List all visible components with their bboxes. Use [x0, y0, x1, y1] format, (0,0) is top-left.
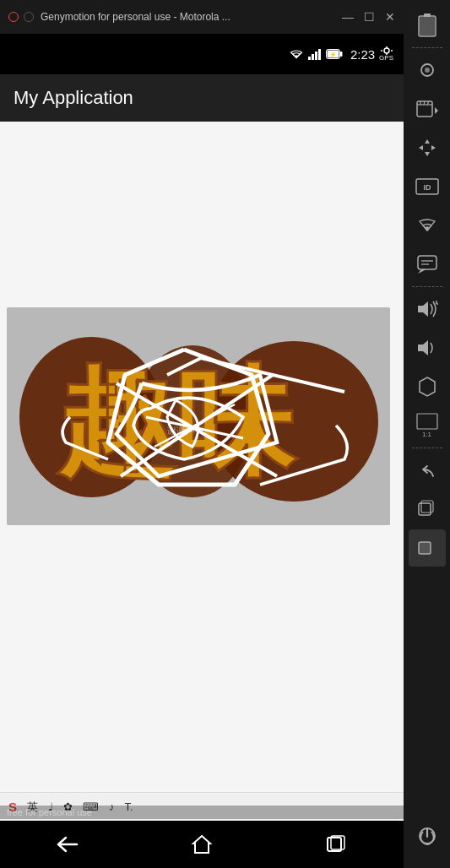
svg-marker-41 [431, 145, 436, 150]
svg-marker-48 [418, 301, 428, 317]
svg-marker-39 [425, 152, 430, 156]
maximize-button[interactable]: ☐ [364, 10, 375, 24]
battery-sidebar-icon[interactable] [409, 7, 446, 44]
content-area: 趣 味 谢谢声页 [0, 122, 404, 821]
watermark: free for personal use [0, 806, 404, 819]
wifi-sidebar-icon[interactable] [409, 207, 446, 244]
svg-marker-40 [419, 145, 423, 150]
watermark-text: free for personal use [7, 807, 92, 817]
close-button[interactable]: ✕ [385, 10, 395, 24]
volume-up-sidebar-icon[interactable] [409, 290, 446, 328]
sidebar-divider-3 [412, 448, 442, 448]
svg-marker-37 [435, 107, 438, 114]
image-container[interactable]: 趣 味 谢谢声页 [7, 307, 390, 525]
recents-button[interactable] [311, 827, 361, 861]
gps-status: GPS [379, 46, 393, 62]
window-circles [8, 12, 34, 22]
move-sidebar-icon[interactable] [409, 129, 446, 166]
svg-rect-0 [308, 57, 311, 60]
svg-line-22 [146, 417, 243, 438]
svg-marker-24 [193, 836, 210, 853]
ratio-label: 1:1 [422, 431, 431, 439]
status-icons: ⚡ 2:23 GPS [289, 46, 393, 62]
scribble-drawing [7, 307, 390, 525]
svg-rect-54 [419, 503, 431, 515]
svg-marker-51 [418, 340, 428, 355]
battery-status-icon: ⚡ [326, 49, 343, 59]
gps-label: GPS [379, 55, 393, 62]
svg-marker-52 [420, 377, 435, 396]
app-bar: My Application [0, 74, 404, 122]
svg-marker-45 [418, 269, 426, 274]
svg-rect-55 [421, 501, 433, 513]
sidebar-divider-2 [412, 286, 442, 287]
camera-sidebar-icon[interactable] [409, 52, 446, 89]
wifi-icon [289, 48, 304, 60]
svg-point-31 [425, 68, 430, 73]
svg-text:⚡: ⚡ [328, 51, 336, 58]
back-button[interactable] [42, 827, 93, 861]
volume-down-sidebar-icon[interactable] [409, 329, 446, 366]
right-sidebar: ID [404, 0, 450, 868]
svg-rect-53 [417, 414, 437, 429]
app-bar-title: My Application [14, 87, 133, 109]
svg-point-8 [384, 48, 389, 53]
title-bar-controls[interactable]: — ☐ ✕ [342, 10, 395, 24]
title-bar: Genymotion for personal use - Motorola .… [0, 0, 404, 34]
ratio-sidebar-icon[interactable]: 1:1 [409, 407, 446, 444]
signal-icon [308, 48, 322, 60]
back-nav-sidebar-icon[interactable] [409, 452, 446, 489]
svg-rect-1 [312, 54, 314, 60]
minimize-button[interactable]: — [342, 10, 354, 24]
rotate-sidebar-icon[interactable] [409, 368, 446, 405]
power-sidebar-icon[interactable] [409, 817, 446, 854]
svg-rect-2 [315, 52, 317, 60]
sidebar-divider-1 [412, 47, 442, 48]
svg-rect-32 [417, 101, 432, 117]
status-bar: ⚡ 2:23 GPS [0, 34, 404, 74]
message-sidebar-icon[interactable] [409, 246, 446, 283]
svg-rect-56 [419, 542, 431, 554]
circle-1 [8, 12, 19, 22]
id-sidebar-icon[interactable]: ID [409, 168, 446, 205]
recents-nav-sidebar-icon[interactable] [409, 491, 446, 528]
home-nav-sidebar-icon[interactable] [409, 529, 446, 567]
svg-marker-38 [425, 139, 430, 144]
svg-rect-28 [424, 14, 431, 17]
svg-text:ID: ID [423, 183, 431, 192]
phone-area: ⚡ 2:23 GPS My Application [0, 34, 404, 868]
svg-rect-44 [418, 256, 436, 269]
status-time: 2:23 [350, 47, 375, 62]
svg-rect-3 [318, 49, 321, 60]
video-sidebar-icon[interactable] [409, 90, 446, 127]
svg-rect-5 [340, 52, 343, 57]
circle-2 [24, 12, 34, 22]
home-button[interactable] [176, 827, 227, 861]
nav-bar [0, 821, 404, 868]
title-bar-text: Genymotion for personal use - Motorola .… [41, 11, 342, 23]
svg-rect-29 [420, 17, 435, 35]
